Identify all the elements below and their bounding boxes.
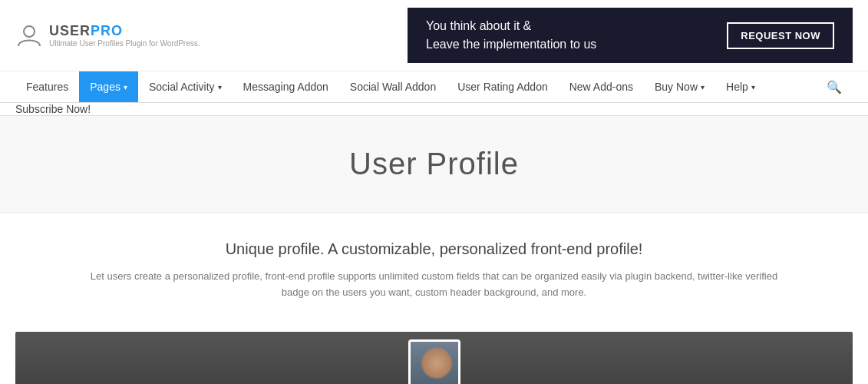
help-chevron-icon: ▾ (751, 83, 755, 91)
ad-text: You think about it & Leave the implement… (426, 17, 596, 54)
logo-user: USER (49, 23, 91, 38)
ad-banner: You think about it & Leave the implement… (408, 8, 853, 63)
content-subtitle: Unique profile. A customizable, personal… (66, 240, 803, 258)
content-section: Unique profile. A customizable, personal… (51, 213, 818, 316)
content-description: Let users create a personalized profile,… (89, 269, 780, 301)
logo-pro: PRO (91, 23, 123, 38)
svg-point-0 (24, 26, 35, 37)
logo-wordmark: USERPRO (49, 23, 200, 39)
nav-item-help[interactable]: Help ▾ (715, 71, 766, 102)
nav-item-messaging[interactable]: Messaging Addon (233, 71, 339, 102)
hero-section: User Profile (0, 116, 868, 213)
social-chevron-icon: ▾ (218, 83, 222, 91)
ad-line1: You think about it & (426, 17, 596, 35)
pages-chevron-icon: ▾ (124, 83, 127, 91)
ad-line2: Leave the implementation to us (426, 35, 596, 54)
ad-request-button[interactable]: REQUEST NOW (727, 22, 834, 49)
logo[interactable]: USERPRO Ultimate User Profiles Plugin fo… (15, 22, 200, 49)
logo-text-block: USERPRO Ultimate User Profiles Plugin fo… (49, 23, 200, 48)
site-header: USERPRO Ultimate User Profiles Plugin fo… (0, 0, 868, 71)
search-button[interactable]: 🔍 (816, 72, 853, 102)
nav-item-user-rating[interactable]: User Rating Addon (447, 71, 559, 102)
nav-item-social-wall[interactable]: Social Wall Addon (339, 71, 447, 102)
nav-item-buy-now[interactable]: Buy Now ▾ (644, 71, 715, 102)
nav-item-social-activity[interactable]: Social Activity ▾ (138, 71, 233, 102)
hero-title: User Profile (15, 147, 853, 181)
subscribe-row: Subscribe Now! (0, 103, 868, 116)
profile-avatar (408, 339, 460, 384)
avatar-photo (411, 342, 458, 384)
nav-subscribe-link[interactable]: Subscribe Now! (15, 95, 91, 123)
nav-item-new-addons[interactable]: New Add-ons (559, 71, 644, 102)
logo-icon (15, 22, 43, 49)
buynow-chevron-icon: ▾ (701, 83, 705, 91)
nav-bar: Features Pages ▾ Social Activity ▾ Messa… (0, 71, 868, 103)
logo-tagline: Ultimate User Profiles Plugin for WordPr… (49, 39, 200, 48)
profile-preview-area: admin ● (15, 332, 853, 384)
